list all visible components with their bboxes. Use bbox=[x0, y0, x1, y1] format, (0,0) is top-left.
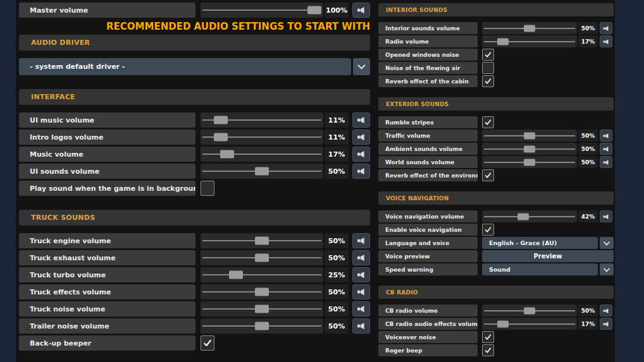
rumble-stripes-checkbox[interactable] bbox=[482, 116, 494, 128]
setting-label-play-sound-when-the-game-is-in-background: Play sound when the game is in backgroun… bbox=[19, 181, 195, 196]
cb-radio-volume-slider[interactable] bbox=[482, 305, 577, 317]
slider-track bbox=[484, 216, 575, 217]
setting-label-back-up-beeper: Back-up beeper bbox=[19, 335, 195, 351]
slider-handle[interactable] bbox=[497, 320, 509, 327]
slider-handle[interactable] bbox=[524, 25, 535, 32]
trailer-noise-volume-slider[interactable] bbox=[201, 318, 323, 334]
slider-handle[interactable] bbox=[214, 116, 228, 124]
reverb-effect-of-the-environment-checkbox[interactable] bbox=[482, 169, 494, 181]
slider-handle[interactable] bbox=[497, 38, 509, 45]
speaker-icon[interactable] bbox=[600, 318, 612, 330]
speaker-icon[interactable] bbox=[352, 112, 370, 128]
slider-handle[interactable] bbox=[255, 322, 269, 330]
slider-handle[interactable] bbox=[524, 307, 535, 314]
interior-sounds-volume-value: 50% bbox=[578, 22, 598, 34]
back-up-beeper-checkbox[interactable] bbox=[201, 335, 214, 351]
slider-handle[interactable] bbox=[229, 271, 243, 279]
row-opened-windows-noise: Opened windows noise bbox=[378, 49, 614, 61]
speaker-icon[interactable] bbox=[352, 164, 370, 179]
row-language-and-voice: Language and voiceEnglish - Grace (AU) bbox=[378, 237, 614, 249]
voice-preview-button[interactable]: Preview bbox=[482, 250, 614, 262]
speaker-icon[interactable] bbox=[352, 267, 370, 282]
setting-label-truck-exhaust-volume: Truck exhaust volume bbox=[19, 250, 195, 265]
speaker-icon[interactable] bbox=[352, 130, 370, 145]
ambient-sounds-volume-slider[interactable] bbox=[482, 143, 577, 155]
truck-engine-volume-slider[interactable] bbox=[201, 233, 323, 248]
voice-navigation-volume-slider[interactable] bbox=[482, 210, 577, 222]
speaker-icon[interactable] bbox=[600, 210, 612, 222]
truck-exhaust-volume-slider[interactable] bbox=[201, 250, 323, 265]
speaker-icon[interactable] bbox=[600, 22, 612, 34]
slider-handle[interactable] bbox=[220, 150, 234, 159]
slider-handle[interactable] bbox=[255, 237, 269, 245]
speaker-icon[interactable] bbox=[600, 156, 612, 168]
slider-handle[interactable] bbox=[517, 213, 529, 220]
row-ambient-sounds-volume: Ambient sounds volume50% bbox=[378, 143, 614, 155]
speaker-icon[interactable] bbox=[352, 318, 370, 334]
radio-volume-slider[interactable] bbox=[482, 35, 577, 47]
intro-logos-volume-slider[interactable] bbox=[201, 130, 323, 145]
speaker-icon[interactable] bbox=[352, 147, 370, 162]
language-and-voice-dropdown[interactable]: English - Grace (AU) bbox=[482, 237, 598, 249]
world-sounds-volume-slider[interactable] bbox=[482, 156, 577, 168]
slider-handle[interactable] bbox=[255, 167, 269, 176]
row-enable-voice-navigation: Enable voice navigation bbox=[378, 224, 614, 236]
opened-windows-noise-checkbox[interactable] bbox=[482, 49, 494, 61]
reverb-effect-of-the-cabin-checkbox[interactable] bbox=[482, 75, 494, 87]
setting-label-interior-sounds-volume: Interior sounds volume bbox=[378, 22, 478, 34]
play-sound-when-the-game-is-in-background-checkbox[interactable] bbox=[201, 181, 214, 196]
setting-label-voice-preview: Voice preview bbox=[378, 250, 478, 262]
chevron-down-icon[interactable] bbox=[600, 237, 614, 249]
traffic-volume-slider[interactable] bbox=[482, 130, 577, 142]
slider-handle[interactable] bbox=[524, 132, 535, 139]
speaker-icon[interactable] bbox=[600, 35, 612, 47]
roger-beep-checkbox[interactable] bbox=[482, 344, 494, 356]
voiceover-noise-checkbox[interactable] bbox=[482, 331, 494, 343]
slider-handle[interactable] bbox=[255, 254, 269, 262]
speaker-icon[interactable] bbox=[352, 284, 370, 299]
speaker-icon[interactable] bbox=[600, 130, 612, 142]
setting-label-truck-noise-volume: Truck noise volume bbox=[19, 301, 195, 317]
speaker-icon[interactable] bbox=[352, 250, 370, 265]
slider-handle[interactable] bbox=[255, 305, 269, 313]
music-volume-slider[interactable] bbox=[201, 147, 323, 162]
chevron-down-icon[interactable] bbox=[600, 263, 614, 275]
truck-effects-volume-slider[interactable] bbox=[201, 284, 323, 299]
setting-label-reverb-effect-of-the-cabin: Reverb effect of the cabin bbox=[378, 75, 478, 87]
speaker-icon[interactable] bbox=[600, 305, 612, 317]
row-cb-radio-audio-effects-volume: CB radio audio effects volume17% bbox=[378, 318, 614, 330]
interior-sounds-volume-slider[interactable] bbox=[482, 22, 577, 34]
section-header-audio-driver: AUDIO DRIVER bbox=[19, 35, 370, 51]
row-ui-sounds-volume: UI sounds volume50% bbox=[19, 164, 370, 179]
slider-track bbox=[202, 274, 321, 275]
master-volume-slider[interactable] bbox=[201, 3, 323, 18]
truck-turbo-volume-slider[interactable] bbox=[201, 267, 323, 282]
slider-handle[interactable] bbox=[524, 145, 535, 152]
cb-radio-audio-effects-volume-slider[interactable] bbox=[482, 318, 577, 330]
chevron-down-icon[interactable] bbox=[353, 58, 370, 75]
section-interface: INTERFACEUI music volume11%Intro logos v… bbox=[19, 89, 370, 196]
slider-handle[interactable] bbox=[255, 288, 269, 296]
slider-handle[interactable] bbox=[214, 133, 228, 142]
audio-driver-dropdown[interactable]: - system default driver - bbox=[19, 58, 351, 75]
setting-label-master-volume: Master volume bbox=[19, 3, 195, 18]
ui-music-volume-slider[interactable] bbox=[201, 112, 323, 128]
truck-noise-volume-slider[interactable] bbox=[201, 301, 323, 317]
row-radio-volume: Radio volume17% bbox=[378, 35, 614, 47]
left-sections: AUDIO DRIVER- system default driver -INT… bbox=[19, 35, 370, 351]
noise-of-the-flowing-air-checkbox[interactable] bbox=[482, 62, 494, 74]
speaker-icon[interactable] bbox=[600, 143, 612, 155]
setting-label-cb-radio-volume: CB radio volume bbox=[378, 305, 478, 317]
row-voice-navigation-volume: Voice navigation volume42% bbox=[378, 210, 614, 222]
speed-warning-dropdown[interactable]: Sound bbox=[482, 263, 598, 275]
speaker-icon[interactable] bbox=[352, 3, 370, 18]
slider-handle[interactable] bbox=[307, 6, 321, 15]
ui-sounds-volume-slider[interactable] bbox=[201, 164, 323, 179]
speaker-icon[interactable] bbox=[352, 233, 370, 248]
enable-voice-navigation-checkbox[interactable] bbox=[482, 224, 494, 236]
row-traffic-volume: Traffic volume50% bbox=[378, 130, 614, 142]
section-audio-driver: AUDIO DRIVER- system default driver - bbox=[19, 35, 370, 75]
speaker-icon[interactable] bbox=[352, 301, 370, 317]
slider-handle[interactable] bbox=[524, 159, 535, 166]
section-header-interior-sounds: INTERIOR SOUNDS bbox=[378, 3, 614, 16]
